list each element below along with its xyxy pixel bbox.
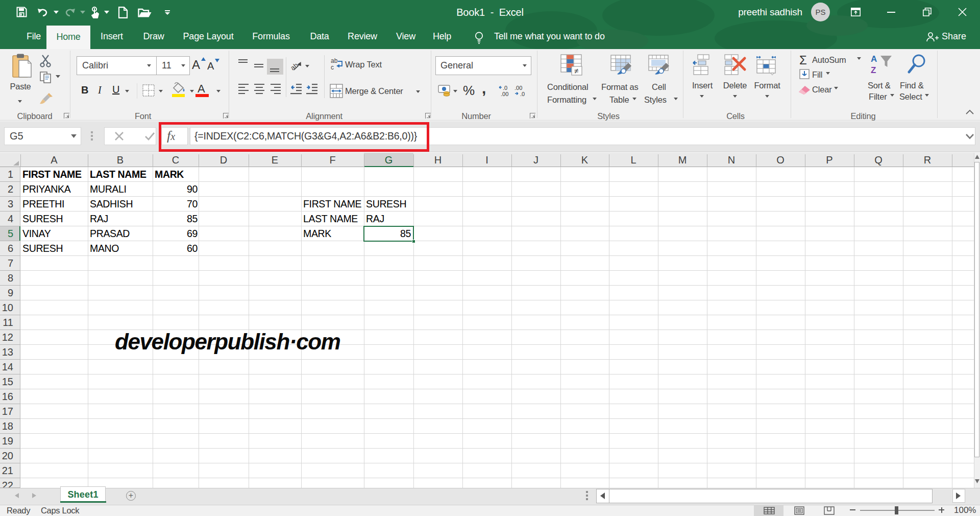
svg-text:.0: .0	[520, 91, 525, 97]
svg-text:.0: .0	[503, 85, 507, 91]
svg-text:ab: ab	[290, 61, 300, 72]
svg-text:.00: .00	[514, 85, 522, 91]
svg-text:.00: .00	[501, 91, 508, 97]
svg-text:c: c	[331, 64, 334, 71]
svg-text:≠: ≠	[574, 66, 578, 75]
svg-text:A: A	[871, 54, 877, 64]
svg-text:Z: Z	[871, 65, 876, 75]
svg-text:ab: ab	[331, 57, 338, 64]
